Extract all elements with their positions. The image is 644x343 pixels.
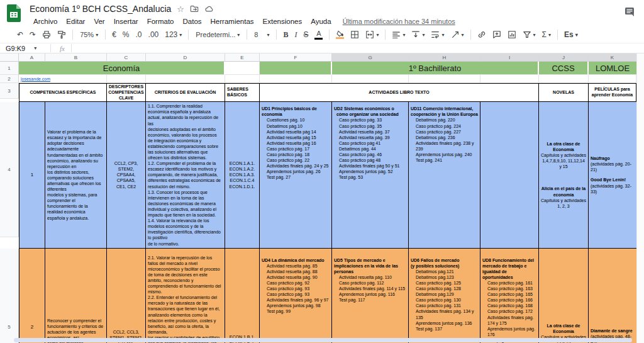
- cell-i4[interactable]: [480, 102, 539, 248]
- cell-lomloe[interactable]: LOMLOE: [589, 62, 636, 75]
- font-select[interactable]: Predetermi...▾: [192, 28, 243, 41]
- menu-ayuda[interactable]: Ayuda: [307, 17, 335, 26]
- cell-c2[interactable]: [107, 75, 146, 83]
- row-header-5[interactable]: 5: [0, 249, 19, 343]
- last-modified-link[interactable]: Última modificación hace 34 minutos: [343, 18, 455, 25]
- cell-i2[interactable]: [480, 75, 539, 83]
- bold-button[interactable]: B: [280, 28, 291, 42]
- cell-f1[interactable]: [260, 62, 332, 75]
- menu-extensiones[interactable]: Extensiones: [259, 17, 306, 26]
- strikethrough-button[interactable]: S: [300, 28, 311, 42]
- column-header-e[interactable]: E: [225, 53, 260, 62]
- menu-insertar[interactable]: Insertar: [110, 17, 142, 26]
- fill-color-button[interactable]: [333, 28, 347, 42]
- cell-competencia1-descriptores[interactable]: CCL2, CP3, STEM2, CPSAA4, CPSAA5, CE1, C…: [107, 102, 146, 248]
- cell-k2[interactable]: [589, 75, 636, 83]
- select-all-corner[interactable]: [0, 53, 19, 62]
- input-tools-button[interactable]: Es▾: [561, 28, 581, 42]
- column-header-a[interactable]: A: [19, 53, 45, 62]
- italic-button[interactable]: I: [291, 28, 300, 42]
- row-header-1[interactable]: 1: [0, 62, 19, 75]
- header-peliculas[interactable]: PELÍCULAS para aprender Economía: [589, 83, 636, 102]
- decrease-decimals-button[interactable]: .0: [133, 28, 145, 42]
- row-header-4[interactable]: 4: [0, 102, 19, 237]
- text-color-button[interactable]: A: [311, 28, 326, 42]
- column-header-i[interactable]: I: [480, 53, 539, 62]
- insert-chart-button[interactable]: [504, 28, 519, 42]
- cell-competencia1-num[interactable]: 1: [19, 102, 45, 248]
- undo-button[interactable]: ↶: [14, 28, 26, 42]
- format-currency-button[interactable]: €: [109, 28, 119, 42]
- zoom-select[interactable]: 75%▾: [76, 28, 102, 41]
- cell-competencia2-especifica[interactable]: Reconocer y comprender el funcionamiento…: [45, 249, 107, 343]
- insert-link-button[interactable]: [474, 28, 489, 42]
- vertical-align-button[interactable]: ▾: [408, 28, 428, 42]
- cell-j2[interactable]: [539, 75, 589, 83]
- cell-ud11[interactable]: UD11 Comercio internacional, cooperación…: [409, 102, 480, 248]
- cell-competencia2-descriptores[interactable]: CCL2, CCL3, STEM1, STEM2, STEM4, CPSAA4,…: [107, 249, 146, 343]
- cell-peliculas-1[interactable]: Naúfrago (actividades pág. 20-21) Good B…: [589, 102, 636, 248]
- more-formats-button[interactable]: 123▾: [162, 28, 185, 42]
- menu-editar[interactable]: Editar: [62, 17, 89, 26]
- cell-g2[interactable]: [332, 75, 409, 83]
- format-percent-button[interactable]: %: [119, 28, 133, 42]
- header-novelas[interactable]: NOVELAS: [539, 83, 589, 102]
- increase-decimals-button[interactable]: .00: [145, 28, 162, 42]
- cell-e1[interactable]: [225, 62, 260, 75]
- column-header-f[interactable]: F: [260, 53, 332, 62]
- column-header-b[interactable]: B: [45, 53, 107, 62]
- header-competencias-especificas[interactable]: COMPETENCIAS ESPECÍFICAS: [19, 83, 107, 102]
- cell-novelas-2[interactable]: La otra clase de Economía Capítulos y ac…: [539, 249, 589, 343]
- cell-ud5[interactable]: UD5 Tipos de mercado e implicaciones en …: [332, 249, 409, 343]
- cell-economia[interactable]: Economía: [19, 62, 225, 75]
- menu-datos[interactable]: Datos: [179, 17, 206, 26]
- horizontal-scrollbar[interactable]: [14, 338, 632, 342]
- column-header-g[interactable]: G: [332, 53, 409, 62]
- font-size-select[interactable]: 8▾: [250, 28, 273, 41]
- header-descriptores[interactable]: DESCRIPTORES COMPETENCIAS CLAVE: [107, 83, 146, 102]
- cell-josesande-link[interactable]: josesande.com: [19, 75, 107, 83]
- menu-formato[interactable]: Formato: [143, 17, 178, 26]
- cell-novelas-1[interactable]: La otra clase de Economía Capítulos y ac…: [539, 102, 589, 248]
- borders-button[interactable]: [347, 28, 362, 42]
- cell-e2[interactable]: [225, 75, 260, 83]
- cell-competencia2-saberes[interactable]: ECON.1.B.1. ECON.1.B.2. ECON.1.B.3.: [225, 249, 260, 343]
- comment-history-icon[interactable]: [625, 7, 635, 16]
- row-header-3[interactable]: 3: [0, 83, 19, 99]
- cell-h2[interactable]: [409, 75, 480, 83]
- cell-competencia2-criterios[interactable]: 2.1. Valorar la repercusión de los fallo…: [146, 249, 225, 343]
- cell-ccss[interactable]: CCSS: [539, 62, 589, 75]
- cell-ud8[interactable]: UD8 Funcionamiento del mercado de trabaj…: [480, 249, 539, 343]
- cell-competencia1-especifica[interactable]: Valorar el problema de la escasez y la i…: [45, 102, 107, 248]
- cell-f2[interactable]: [260, 75, 332, 83]
- document-title[interactable]: Economía 1º BCH CCSS_Andalucia: [30, 4, 171, 14]
- redo-button[interactable]: ↷: [26, 28, 39, 42]
- column-header-h[interactable]: H: [409, 53, 480, 62]
- header-saberes[interactable]: SABERES BÁSICOS: [225, 83, 260, 102]
- text-wrap-button[interactable]: ▾: [428, 28, 447, 42]
- column-header-j[interactable]: J: [539, 53, 589, 62]
- cell-ud2[interactable]: UD2 Sistemas económicos o cómo organizar…: [332, 102, 409, 248]
- cell-ud4[interactable]: UD4 La dinámica del mercado Actividad re…: [260, 249, 332, 343]
- column-header-d[interactable]: D: [146, 53, 225, 62]
- menu-archivo[interactable]: Archivo: [30, 17, 61, 26]
- functions-button[interactable]: Σ▾: [539, 28, 554, 42]
- row-header-2[interactable]: 2: [0, 75, 19, 83]
- print-button[interactable]: [39, 28, 54, 42]
- horizontal-align-button[interactable]: ▾: [389, 28, 408, 42]
- cell-competencia1-criterios[interactable]: 1.1. Comprender la realidad económica es…: [146, 102, 225, 248]
- merge-cells-button[interactable]: ▾: [362, 28, 382, 42]
- cell-competencia2-num[interactable]: 2: [19, 249, 45, 343]
- cell-peliculas-2[interactable]: Diamante de sangre (actividades pág. 48-…: [589, 249, 636, 343]
- cloud-status-icon[interactable]: [204, 4, 214, 13]
- move-folder-icon[interactable]: [190, 4, 199, 13]
- cell-bachillerato[interactable]: 1º Bachillerato: [332, 62, 539, 75]
- column-header-c[interactable]: C: [107, 53, 146, 62]
- header-actividades[interactable]: ACTIVIDADES LIBRO TEXTO: [260, 83, 539, 102]
- text-rotation-button[interactable]: ▾: [448, 28, 467, 42]
- cell-ud6[interactable]: UD6 Fallos de mercado (y posibles soluci…: [409, 249, 480, 343]
- cell-ud1[interactable]: UD1 Principios básicos de economía Cuest…: [260, 102, 332, 248]
- cell-competencia1-saberes[interactable]: ECON.1.A.1. ECON.1.A.2. ECON.1.A.3. ECON…: [225, 102, 260, 248]
- name-box[interactable]: G9:K9▾: [0, 45, 44, 52]
- menu-herramientas[interactable]: Herramientas: [207, 17, 258, 26]
